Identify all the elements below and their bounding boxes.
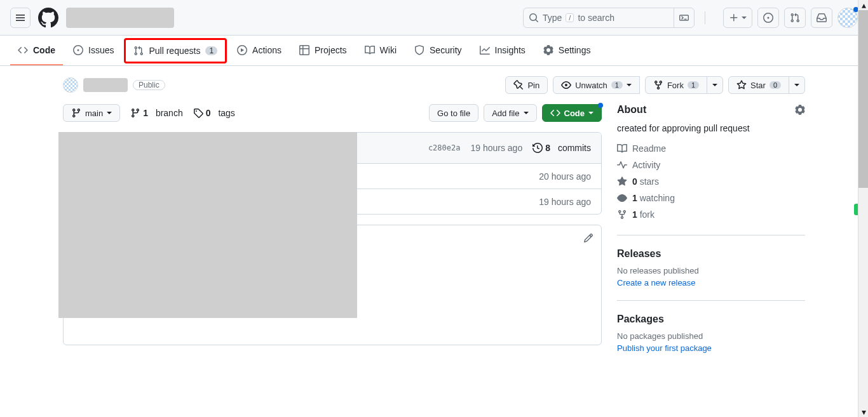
- play-icon: [237, 45, 247, 55]
- search-prefix: Type: [543, 13, 562, 23]
- commit-sha[interactable]: c280e2a: [428, 143, 461, 152]
- star-icon: [617, 176, 627, 187]
- fork-dropdown[interactable]: [707, 76, 723, 94]
- repo-header: Public Pin Unwatch 1 Fork 1: [63, 76, 805, 94]
- releases-section: Releases No releases published Create a …: [617, 235, 805, 300]
- star-button[interactable]: Star 0: [728, 76, 789, 94]
- create-release-link[interactable]: Create a new release: [617, 278, 805, 288]
- watchers-link[interactable]: 1 watching: [617, 193, 805, 203]
- tab-settings[interactable]: Settings: [536, 36, 599, 65]
- plus-icon: [729, 13, 739, 23]
- tab-code[interactable]: Code: [10, 36, 63, 65]
- caret-down-icon: [712, 84, 717, 86]
- nav-menu-button[interactable]: [10, 8, 31, 28]
- commits-link[interactable]: 8 commits: [532, 143, 591, 153]
- scroll-thumb[interactable]: [858, 10, 868, 188]
- search-key-hint: /: [566, 13, 574, 22]
- unwatch-button[interactable]: Unwatch 1: [553, 76, 640, 94]
- star-dropdown[interactable]: [789, 76, 805, 94]
- command-palette-icon[interactable]: [674, 8, 694, 27]
- global-header: Type / to search: [0, 0, 868, 36]
- repository-nav: Code Issues Pull requests 1 Actions Proj…: [0, 36, 868, 66]
- code-icon: [18, 45, 28, 55]
- tags-link[interactable]: 0 tags: [193, 108, 235, 118]
- branch-select-button[interactable]: main: [63, 104, 120, 122]
- redacted-overlay: [58, 132, 357, 318]
- caret-down-icon: [524, 112, 529, 114]
- github-logo-icon[interactable]: [38, 8, 58, 28]
- caret-down-icon: [794, 84, 799, 86]
- go-to-file-button[interactable]: Go to file: [429, 104, 478, 122]
- readme-link[interactable]: Readme: [617, 143, 805, 154]
- gear-icon: [543, 45, 553, 55]
- tab-wiki[interactable]: Wiki: [357, 36, 404, 65]
- issues-button[interactable]: [757, 8, 779, 28]
- search-icon: [529, 13, 539, 23]
- shield-icon: [414, 45, 424, 55]
- graph-icon: [480, 45, 490, 55]
- code-toolbar: main 1 branch 0 tags Go to file Add file: [63, 104, 602, 122]
- caret-down-icon: [107, 112, 112, 114]
- scrollbar[interactable]: ▴ ▾: [858, 0, 868, 376]
- star-icon: [736, 80, 747, 90]
- publish-package-link[interactable]: Publish your first package: [617, 343, 805, 353]
- notifications-button[interactable]: [811, 8, 832, 28]
- pin-icon: [513, 80, 524, 90]
- pencil-icon[interactable]: [583, 233, 593, 243]
- code-icon: [550, 108, 560, 118]
- owner-avatar[interactable]: [63, 77, 78, 93]
- inbox-icon: [817, 13, 827, 23]
- code-button[interactable]: Code: [542, 104, 602, 122]
- separator: [705, 11, 705, 24]
- eye-icon: [617, 193, 627, 203]
- caret-down-icon: [627, 84, 632, 86]
- gear-icon[interactable]: [795, 105, 805, 115]
- caret-down-icon: [742, 17, 747, 19]
- tab-actions[interactable]: Actions: [229, 36, 289, 65]
- repo-forked-icon: [617, 209, 627, 220]
- tab-insights[interactable]: Insights: [472, 36, 533, 65]
- hamburger-icon: [15, 13, 25, 23]
- commit-time[interactable]: 19 hours ago: [470, 143, 522, 153]
- pull-requests-button[interactable]: [784, 8, 806, 28]
- tab-security[interactable]: Security: [407, 36, 470, 65]
- stars-link[interactable]: 0 stars: [617, 176, 805, 187]
- user-avatar[interactable]: [837, 8, 858, 28]
- git-branch-icon: [71, 108, 81, 118]
- search-suffix: to search: [578, 13, 614, 23]
- add-file-button[interactable]: Add file: [484, 104, 536, 122]
- fork-button[interactable]: Fork 1: [645, 76, 707, 94]
- book-icon: [617, 143, 627, 154]
- packages-section: Packages No packages published Publish y…: [617, 300, 805, 366]
- forks-link[interactable]: 1 fork: [617, 209, 805, 220]
- tag-icon: [193, 108, 203, 118]
- repo-description: created for approving pull request: [617, 123, 805, 133]
- issue-opened-icon: [763, 13, 773, 23]
- repo-context-placeholder: [66, 8, 174, 28]
- tab-issues[interactable]: Issues: [65, 36, 121, 65]
- global-search[interactable]: Type / to search: [523, 8, 695, 28]
- branches-link[interactable]: 1 branch: [130, 108, 183, 118]
- eye-icon: [561, 80, 571, 90]
- visibility-badge: Public: [133, 80, 165, 90]
- table-icon: [299, 45, 309, 55]
- book-icon: [365, 45, 375, 55]
- tab-projects[interactable]: Projects: [292, 36, 355, 65]
- issue-opened-icon: [73, 45, 83, 55]
- git-pull-request-icon: [133, 46, 144, 56]
- page-marker: [854, 204, 858, 215]
- git-branch-icon: [130, 108, 140, 118]
- scroll-up-icon[interactable]: ▴: [858, 0, 868, 10]
- pull-requests-count: 1: [205, 46, 217, 55]
- create-new-button[interactable]: [723, 8, 752, 28]
- caret-down-icon: [588, 112, 593, 114]
- repo-name-placeholder: [83, 78, 128, 92]
- pin-button[interactable]: Pin: [505, 76, 548, 94]
- sidebar: About created for approving pull request…: [617, 104, 805, 366]
- activity-link[interactable]: Activity: [617, 160, 805, 170]
- repo-forked-icon: [653, 80, 663, 90]
- history-icon: [532, 143, 543, 153]
- pulse-icon: [617, 160, 627, 170]
- about-title: About: [617, 104, 646, 116]
- tab-pull-requests[interactable]: Pull requests 1: [124, 38, 227, 63]
